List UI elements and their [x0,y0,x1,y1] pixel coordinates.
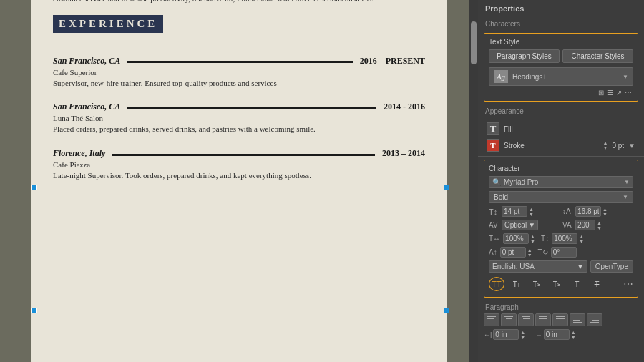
stroke-label: Stroke [504,142,598,150]
scrollbar-thumb[interactable] [471,21,477,64]
entry-divider-2 [112,152,375,156]
indent-right-spin[interactable]: ▲ ▼ [571,330,576,340]
indent-left-input[interactable] [493,329,519,340]
document-area: customer service and in-house productivi… [0,0,478,362]
tracking-down-icon[interactable]: ▼ [597,225,602,230]
superscript-btn[interactable]: Ts [529,277,545,291]
paragraph-styles-btn[interactable]: Paragraph Styles [489,49,560,63]
bl-down-icon[interactable]: ▼ [527,253,532,258]
align-center-btn[interactable] [501,313,517,326]
entry-date-1: 2014 - 2016 [384,102,425,112]
indent-right-box: |→ ▲ ▼ [534,329,575,340]
vert-scale-icon: T↕ [541,235,549,243]
leading-spin[interactable]: ▲ ▼ [602,207,608,217]
selection-line-top [37,187,444,187]
indent-left-spin[interactable]: ▲ ▼ [520,330,525,340]
ir-up-icon[interactable]: ▲ [571,330,576,335]
kerning-dropdown[interactable]: Optical ▼ [502,220,538,230]
stroke-down-icon[interactable]: ▼ [602,145,608,150]
horiz-scale-box: T↔ ▲ ▼ [489,233,535,244]
align-right-btn[interactable] [518,313,534,326]
icon-4: ⋯ [625,89,632,97]
text-style-icons: ⊞ ☰ ↗ ⋯ [489,89,633,97]
vert-scale-input[interactable] [552,233,577,244]
appearance-label: Appearance [478,104,644,117]
subscript-btn[interactable]: Ts [549,277,565,291]
align-left-btn[interactable] [484,313,499,326]
bl-up-icon[interactable]: ▲ [527,248,532,253]
stroke-up-icon[interactable]: ▲ [602,140,608,145]
all-caps-btn[interactable]: TT [489,277,504,291]
stroke-icon: T [487,139,499,152]
il-up-icon[interactable]: ▲ [520,330,525,335]
horiz-scale-input[interactable] [503,233,529,244]
entry-company-0: Cafe Superior [53,68,425,77]
horiz-scale-spin[interactable]: ▲ ▼ [530,234,535,244]
section-title: EXPERIENCE [53,15,163,33]
font-size-up-icon[interactable]: ▲ [529,207,534,212]
leading-input[interactable] [575,206,601,217]
font-size-input[interactable] [502,206,527,217]
align-right2-btn[interactable] [587,313,602,326]
selection-handle-tl [31,185,37,190]
align-left2-icon [573,318,582,323]
character-section: Character 🔍 Myriad Pro ▼ Bold ▼ T↕ ▲ ▼ ↕… [484,160,638,298]
stroke-spin[interactable]: ▲ ▼ [602,140,608,150]
ir-down-icon[interactable]: ▼ [571,335,576,340]
heading-dropdown[interactable]: Ag Headings+ ▼ [489,67,633,86]
font-size-down-icon[interactable]: ▼ [529,212,534,217]
stroke-unit-dropdown[interactable]: ▼ [628,142,635,150]
font-name-row[interactable]: 🔍 Myriad Pro ▼ [489,176,633,188]
entry-desc-2: Late-night Supervisor. Took orders, prep… [53,170,425,182]
tracking-input[interactable] [575,220,595,230]
leading-up-icon[interactable]: ▲ [602,207,608,212]
font-search-icon: 🔍 [492,178,501,186]
underline-btn[interactable]: T [569,277,585,291]
characters-label: Characters [478,17,644,30]
tracking-up-icon[interactable]: ▲ [597,220,602,225]
baseline-input[interactable] [500,247,526,258]
text-style-buttons: Paragraph Styles Character Styles [489,49,633,63]
vs-down-icon[interactable]: ▼ [579,239,584,244]
small-caps-btn[interactable]: Tт [509,277,525,291]
baseline-row: A↑ ▲ ▼ T↻ [489,247,633,258]
text-style-label: Text Style [489,38,633,46]
align-justify-btn[interactable] [535,313,551,326]
divider-1 [478,156,644,157]
tracking-icon: VA [562,221,574,229]
paragraph-section: Paragraph [484,300,638,340]
selection-handle-tr [444,185,449,190]
align-justify-all-btn[interactable] [552,313,568,326]
paragraph-label: Paragraph [484,300,638,313]
vs-up-icon[interactable]: ▲ [579,234,584,239]
leading-down-icon[interactable]: ▼ [602,212,608,217]
document-scrollbar[interactable] [469,0,478,362]
strikethrough-btn[interactable]: T [589,277,605,291]
entry-2: Florence, Italy 2013 – 2014 Cafe Piazza … [53,148,425,182]
font-size-spin[interactable]: ▲ ▼ [529,207,534,217]
entry-divider-1 [127,105,376,109]
document-page: customer service and in-house productivi… [31,0,447,362]
character-styles-btn[interactable]: Character Styles [562,49,633,63]
align-left2-btn[interactable] [570,313,585,326]
font-style-row[interactable]: Bold ▼ [489,191,633,203]
fill-type-icon: T [487,122,499,135]
paragraph-align-row [484,313,638,326]
selection-handle-br [444,308,449,313]
baseline-spin[interactable]: ▲ ▼ [527,248,532,258]
language-dropdown[interactable]: English: USA ▼ [489,260,587,273]
more-options-btn[interactable]: ⋯ [623,278,633,290]
il-down-icon[interactable]: ▼ [520,335,525,340]
hs-up-icon[interactable]: ▲ [530,234,535,239]
appearance-section: T Fill T Stroke ▲ ▼ 0 pt ▼ [484,120,638,153]
hs-down-icon[interactable]: ▼ [530,239,535,244]
tracking-spin[interactable]: ▲ ▼ [597,220,602,230]
opentype-button[interactable]: OpenType [590,260,633,273]
rotation-icon: T↻ [538,248,548,256]
indent-left-box: ←| ▲ ▼ [484,329,525,340]
indent-right-input[interactable] [544,329,570,340]
leading-icon: ↕A [562,207,574,215]
rotation-input[interactable] [551,247,577,258]
entry-city-2: Florence, Italy [53,148,105,159]
vert-scale-spin[interactable]: ▲ ▼ [579,234,584,244]
